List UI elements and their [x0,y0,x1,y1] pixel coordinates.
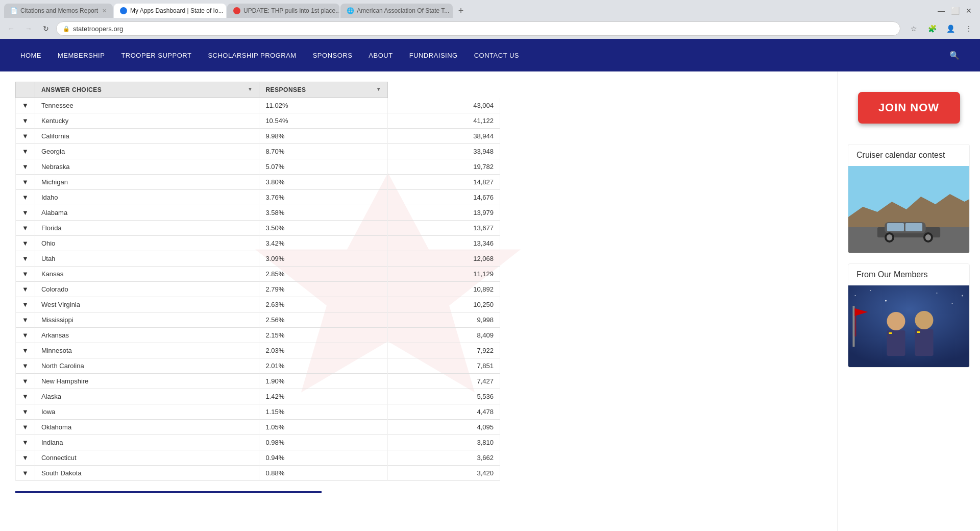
row-expand-24[interactable]: ▼ [16,466,35,481]
tab-favicon-update [233,7,240,14]
row-count-4: 19,782 [388,159,500,175]
row-state-15: Arkansas [35,328,259,343]
row-count-7: 13,979 [388,205,500,221]
forward-button[interactable]: → [21,21,36,36]
data-table: ANSWER CHOICES ▼ RESPONSES ▼ ▼ Tennessee… [15,82,500,481]
nav-scholarship[interactable]: SCHOLARSHIP PROGRAM [208,52,296,59]
new-tab-button[interactable]: + [454,4,468,18]
tab-apps-dashboard[interactable]: My Apps Dashboard | State of Io... ✕ [114,4,226,18]
row-expand-17[interactable]: ▼ [16,358,35,374]
tab-favicon-citations: 📄 [10,7,17,14]
nav-sponsors[interactable]: SPONSORS [313,52,353,59]
col-expand [16,82,35,98]
tab-favicon-dashboard [120,7,127,14]
table-row: ▼ Minnesota 2.03% 7,922 [16,343,500,358]
close-button[interactable]: ✕ [966,7,972,15]
row-expand-11[interactable]: ▼ [16,267,35,282]
row-expand-3[interactable]: ▼ [16,144,35,159]
row-count-1: 41,122 [388,113,500,129]
row-expand-0[interactable]: ▼ [16,98,35,113]
row-count-6: 14,676 [388,190,500,205]
row-count-12: 10,892 [388,282,500,297]
tab-citations[interactable]: 📄 Citations and Memos Report ✕ [4,4,113,18]
row-expand-1[interactable]: ▼ [16,113,35,129]
row-expand-7[interactable]: ▼ [16,205,35,221]
row-expand-9[interactable]: ▼ [16,236,35,251]
row-state-14: Mississippi [35,312,259,328]
nav-about[interactable]: ABOUT [369,52,393,59]
toolbar-icons: ☆ 🧩 👤 ⋮ [906,21,976,36]
row-expand-6[interactable]: ▼ [16,190,35,205]
svg-rect-18 [853,306,855,347]
sort-responses-icon[interactable]: ▼ [376,86,381,92]
profile-icon[interactable]: 👤 [943,21,958,36]
tab-title-citations: Citations and Memos Report [20,7,98,14]
svg-point-15 [937,293,938,294]
row-expand-10[interactable]: ▼ [16,251,35,267]
row-expand-16[interactable]: ▼ [16,343,35,358]
row-count-9: 13,346 [388,236,500,251]
row-count-18: 7,427 [388,374,500,389]
minimize-button[interactable]: — [938,7,945,15]
address-text: statetroopers.org [73,25,123,33]
search-icon[interactable]: 🔍 [949,51,960,60]
nav-contact-us[interactable]: CONTACT US [474,52,519,59]
bottom-line [15,491,322,493]
row-expand-14[interactable]: ▼ [16,312,35,328]
sort-answer-icon[interactable]: ▼ [248,86,253,92]
back-button[interactable]: ← [4,21,18,36]
tab-american-assoc[interactable]: 🌐 American Association Of State T... ✕ [340,4,453,18]
website: HOME MEMBERSHIP TROOPER SUPPORT SCHOLARS… [0,39,980,531]
row-count-23: 3,662 [388,450,500,466]
row-count-0: 43,004 [388,98,500,113]
svg-rect-26 [917,331,920,333]
nav-membership[interactable]: MEMBERSHIP [58,52,105,59]
col-answer-choices[interactable]: ANSWER CHOICES ▼ [35,82,259,98]
tab-update-thp[interactable]: UPDATE: THP pulls into 1st place... ✕ [227,4,339,18]
maximize-button[interactable]: ⬜ [951,7,960,15]
row-count-10: 12,068 [388,251,500,267]
nav-trooper-support[interactable]: TROOPER SUPPORT [121,52,191,59]
row-expand-23[interactable]: ▼ [16,450,35,466]
row-expand-13[interactable]: ▼ [16,297,35,312]
row-state-13: West Virginia [35,297,259,312]
nav-home[interactable]: HOME [20,52,41,59]
row-expand-2[interactable]: ▼ [16,129,35,144]
col-responses[interactable]: RESPONSES ▼ [259,82,388,98]
table-row: ▼ Michigan 3.80% 14,827 [16,175,500,190]
tab-close-citations[interactable]: ✕ [102,8,107,14]
table-row: ▼ Oklahoma 1.05% 4,095 [16,420,500,435]
table-row: ▼ Connecticut 0.94% 3,662 [16,450,500,466]
members-image [848,285,969,367]
row-expand-18[interactable]: ▼ [16,374,35,389]
tab-title-dashboard: My Apps Dashboard | State of Io... [130,7,224,14]
row-expand-22[interactable]: ▼ [16,435,35,450]
row-expand-20[interactable]: ▼ [16,404,35,420]
row-state-8: Florida [35,221,259,236]
menu-icon[interactable]: ⋮ [962,21,976,36]
tab-bar: 📄 Citations and Memos Report ✕ My Apps D… [0,0,980,18]
row-expand-15[interactable]: ▼ [16,328,35,343]
nav-fundraising[interactable]: FUNDRAISING [409,52,458,59]
row-expand-8[interactable]: ▼ [16,221,35,236]
row-percent-6: 3.76% [259,190,388,205]
row-expand-4[interactable]: ▼ [16,159,35,175]
row-percent-3: 8.70% [259,144,388,159]
row-percent-9: 3.42% [259,236,388,251]
svg-rect-5 [887,223,904,231]
row-percent-15: 2.15% [259,328,388,343]
row-expand-19[interactable]: ▼ [16,389,35,404]
reload-button[interactable]: ↻ [39,21,53,36]
address-bar[interactable]: 🔒 statetroopers.org [56,21,900,36]
row-state-4: Nebraska [35,159,259,175]
svg-point-13 [870,290,871,291]
row-expand-5[interactable]: ▼ [16,175,35,190]
bookmark-icon[interactable]: ☆ [906,21,921,36]
nav-links: HOME MEMBERSHIP TROOPER SUPPORT SCHOLARS… [20,52,519,59]
members-title: From Our Members [848,264,969,285]
row-expand-12[interactable]: ▼ [16,282,35,297]
extensions-icon[interactable]: 🧩 [925,21,939,36]
row-count-14: 9,998 [388,312,500,328]
row-expand-21[interactable]: ▼ [16,420,35,435]
join-now-button[interactable]: JOIN NOW [858,92,960,124]
